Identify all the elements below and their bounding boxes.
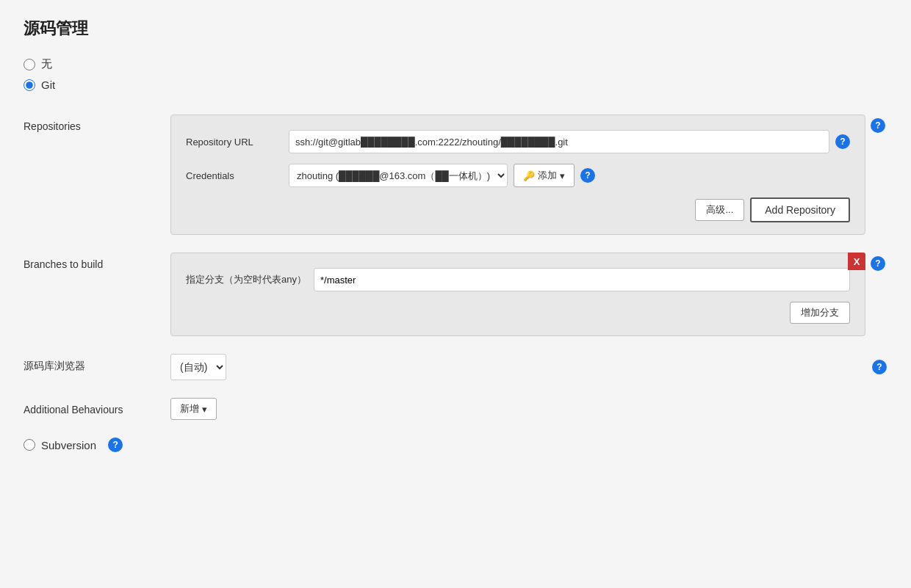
repositories-section: Repositories ? Repository URL ? Credenti…	[24, 106, 887, 244]
radio-subversion[interactable]: Subversion	[24, 439, 96, 451]
new-behaviour-dropdown-icon: ▾	[202, 404, 207, 415]
add-repository-button[interactable]: Add Repository	[750, 197, 850, 222]
additional-behaviours-label: Additional Behaviours	[24, 398, 170, 415]
source-browser-section: 源码库浏览器 (自动) ?	[24, 345, 887, 389]
source-browser-help-icon[interactable]: ?	[872, 360, 887, 374]
radio-subversion-input[interactable]	[24, 439, 35, 451]
radio-none-label: 无	[41, 57, 52, 71]
add-branch-button[interactable]: 增加分支	[790, 302, 850, 324]
source-browser-select[interactable]: (自动)	[170, 354, 226, 380]
panel-actions: 高级... Add Repository	[186, 197, 850, 222]
key-icon: 🔑	[523, 170, 535, 181]
repositories-help-icon[interactable]: ?	[871, 118, 885, 133]
radio-git-label: Git	[41, 79, 55, 91]
repo-url-help-icon[interactable]: ?	[835, 134, 850, 149]
repo-url-label: Repository URL	[186, 137, 281, 148]
radio-none-input[interactable]	[24, 59, 35, 70]
radio-subversion-label: Subversion	[41, 439, 96, 451]
repositories-body: ? Repository URL ? Credentials zhouting …	[170, 115, 865, 235]
add-credentials-dropdown-icon: ▾	[560, 170, 565, 181]
credentials-select[interactable]: zhouting (██████@163.com（██一体机）)	[289, 164, 508, 187]
repo-url-field-wrap: ?	[289, 130, 850, 153]
repo-url-input[interactable]	[289, 130, 829, 153]
branches-body: X ? 指定分支（为空时代表any） 增加分支	[170, 253, 865, 336]
branches-help-icon[interactable]: ?	[871, 256, 885, 271]
additional-behaviours-body: 新增 ▾	[170, 398, 865, 420]
advanced-button[interactable]: 高级...	[695, 199, 744, 221]
additional-behaviours-help-wrap	[865, 398, 887, 404]
add-branch-wrap: 增加分支	[186, 302, 850, 324]
branch-specifier-label: 指定分支（为空时代表any）	[186, 273, 306, 286]
repositories-panel: ? Repository URL ? Credentials zhouting …	[170, 115, 865, 235]
repositories-label: Repositories	[24, 115, 170, 132]
source-browser-label: 源码库浏览器	[24, 354, 170, 373]
credentials-label: Credentials	[186, 170, 281, 181]
repo-url-row: Repository URL ?	[186, 130, 850, 153]
credentials-help-icon[interactable]: ?	[580, 168, 595, 183]
additional-behaviours-section: Additional Behaviours 新增 ▾	[24, 389, 887, 429]
branch-specifier-input[interactable]	[314, 268, 850, 291]
radio-git[interactable]: Git	[24, 79, 887, 91]
new-behaviour-label: 新增	[180, 402, 199, 415]
branches-label: Branches to build	[24, 253, 170, 270]
radio-none[interactable]: 无	[24, 57, 887, 71]
new-behaviour-button[interactable]: 新增 ▾	[170, 398, 217, 420]
source-browser-help-wrap: ?	[865, 354, 887, 374]
add-credentials-label: 添加	[538, 169, 557, 182]
credentials-field-wrap: zhouting (██████@163.com（██一体机）) 🔑 添加 ▾ …	[289, 164, 850, 187]
delete-branch-button[interactable]: X	[848, 253, 865, 270]
branches-panel: X ? 指定分支（为空时代表any） 增加分支	[170, 253, 865, 336]
branches-section: Branches to build X ? 指定分支（为空时代表any） 增加分…	[24, 244, 887, 345]
subversion-help-icon[interactable]: ?	[108, 438, 123, 452]
branch-row: 指定分支（为空时代表any）	[186, 268, 850, 291]
radio-git-input[interactable]	[24, 79, 35, 91]
source-browser-body: (自动)	[170, 354, 865, 380]
page-title: 源码管理	[24, 18, 887, 40]
add-credentials-button[interactable]: 🔑 添加 ▾	[514, 164, 575, 187]
subversion-row: Subversion ?	[24, 429, 887, 461]
credentials-row: Credentials zhouting (██████@163.com（██一…	[186, 164, 850, 187]
